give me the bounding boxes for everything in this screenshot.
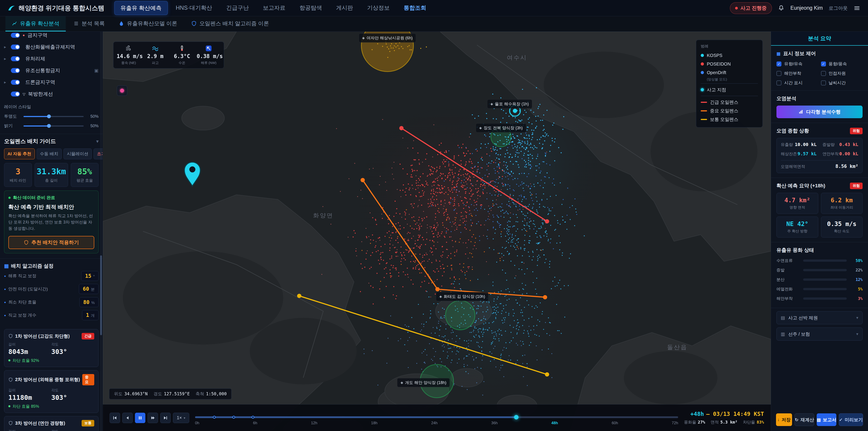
tab-boom-algorithm-theory[interactable]: 오일펜스 배치 알고리즘 이론 <box>185 16 275 31</box>
action-button[interactable]: ↻ 재계산 <box>795 413 814 426</box>
user-name[interactable]: Eunjeong Kim <box>790 5 823 11</box>
main-menu-item[interactable]: 긴급구난 <box>220 1 255 15</box>
legend-model-row: POSEIDON <box>701 60 758 68</box>
owner-insurance-section[interactable]: ▥ 선주 / 보험 ▾ <box>776 328 863 341</box>
main-menu-item[interactable]: 게시판 <box>330 1 359 15</box>
apply-recommendation-button[interactable]: 추천 배치안 적용하기 <box>8 236 94 249</box>
timeline-knob[interactable] <box>514 415 519 420</box>
vessel-specs-section[interactable]: ▤ 사고 선박 제원 ▾ <box>776 311 863 324</box>
fence-line-icon <box>701 119 707 120</box>
layer-extra-icon: ▣ <box>94 68 98 73</box>
action-icon: ↓ <box>777 417 780 422</box>
main-menu-item[interactable]: HNS·대기확산 <box>170 1 218 15</box>
action-button[interactable]: ▤ 보고서 <box>817 413 836 426</box>
logout-link[interactable]: 로그아웃 <box>829 5 848 11</box>
shield-icon <box>8 421 13 425</box>
bullet-icon: ● <box>4 274 6 278</box>
slider-track[interactable] <box>24 125 84 127</box>
main-menu-item[interactable]: 통합조회 <box>398 1 432 15</box>
slider-track[interactable] <box>24 116 84 117</box>
chevron-down-icon[interactable]: ▾ <box>96 138 98 144</box>
display-option-checkbox[interactable]: ✓ 시간 표시 <box>776 80 818 86</box>
guide-mode-tab[interactable]: 수동 배치 <box>37 149 62 159</box>
ai-recommendation-box: 확산 데이터 준비 완료 확산 예측 기반 최적 배치안 확산 예측을 분석하여… <box>4 190 98 253</box>
layer-style-slider: 밝기 50% <box>0 121 103 131</box>
layer-tree-row[interactable]: 유조선통항금지 ▣ <box>0 65 103 76</box>
list-icon <box>73 21 79 26</box>
polygon-analysis-button[interactable]: 다각형 분석수행 <box>776 105 863 118</box>
main-menu-item[interactable]: 보고자료 <box>257 1 291 15</box>
map-draw-tool-button[interactable] <box>117 86 127 96</box>
pause-button[interactable] <box>135 413 145 423</box>
main-menu-item[interactable]: 유출유 확산예측 <box>114 1 168 15</box>
display-option-checkbox[interactable]: ✓ 유향/유속 <box>776 61 818 67</box>
chevron-down-icon: ▾ <box>856 315 858 320</box>
algo-setting-row: ●직교 보정 개수 1개 <box>4 309 98 322</box>
algo-setting-row: ●해류 직교 보정 15° <box>4 269 98 282</box>
defense-line-card[interactable]: 3차 방어선 (연안 경량형) 보통 길이12065m 각도288° 차단 효율… <box>4 416 98 431</box>
wind-speed: 14.6 m/s <box>117 53 141 59</box>
layer-toggle[interactable] <box>11 56 20 61</box>
poi-icon: ◈ <box>362 36 365 40</box>
hamburger-menu-icon[interactable] <box>854 5 860 11</box>
poi-icon: ◈ <box>479 126 482 130</box>
layer-toggle[interactable] <box>11 92 20 96</box>
display-control-section: ▦표시 정보 제어 ✓ 유향/유속 ✓ 풍향/풍속 ✓ 해안부착 ✓ 인접자원 <box>771 45 868 91</box>
layer-toggle[interactable] <box>11 80 20 85</box>
weather-widget: 14.6 m/s 풍속 (NE) 2.9 m 파고 6.3°C 수온 0.38 … <box>113 41 224 68</box>
defense-line-card[interactable]: 2차 방어선 (외해용 중형 포위형) 중요 길이11180m 각도303° 차… <box>4 370 98 413</box>
algo-value-stepper[interactable]: 80% <box>79 297 98 307</box>
action-button[interactable]: ✓ 미리보기 <box>839 413 863 426</box>
layer-tree-row[interactable]: ▸ 황산화물배출규제지역 <box>0 41 103 53</box>
tab-model-theory[interactable]: 유출유확산모델 이론 <box>112 16 184 31</box>
display-option-checkbox[interactable]: ✓ 날씨시간 <box>821 80 863 86</box>
thermometer-icon <box>179 45 185 52</box>
layer-toggle[interactable] <box>11 44 20 50</box>
defense-line-card[interactable]: 1차 방어선 (고강도 차단형) 긴급 길이8043m 각도303° 차단 효율… <box>4 329 98 367</box>
algo-value-stepper[interactable]: 1개 <box>82 310 98 320</box>
display-option-checkbox[interactable]: ✓ 풍향/풍속 <box>821 61 863 67</box>
bell-icon[interactable] <box>778 5 784 11</box>
scale-value: 1:50,000 <box>206 391 227 396</box>
timeline-event-marker[interactable] <box>252 415 254 419</box>
map-poi-marker[interactable]: ◈ 율포 해수욕장 (1h) <box>487 99 532 109</box>
layer-tree-row[interactable]: ● 금지구역 <box>0 32 103 41</box>
pollution-metric: 연안부착 0.00 kL <box>823 151 859 157</box>
latitude-value: 34.6963°N <box>124 391 148 396</box>
tab-spill-analysis[interactable]: 유출유 확산분석 <box>5 16 66 31</box>
timeline-stat: 차단율83% <box>743 420 764 425</box>
left-panel-scrollbar[interactable] <box>100 32 102 431</box>
map-poi-marker[interactable]: ◈ 여자만 해상낚시공원 (6h) <box>359 33 416 42</box>
analysis-summary-tab[interactable]: 분석 요약 <box>771 32 868 45</box>
algo-value-stepper[interactable]: 15° <box>81 271 98 281</box>
map-poi-marker[interactable]: ◈ 개도 해안 양식장 (18h) <box>397 378 450 387</box>
tab-analysis-list[interactable]: 분석 목록 <box>67 16 111 31</box>
guide-mode-tab[interactable]: 시뮬레이션 <box>64 149 92 159</box>
skip-end-button[interactable] <box>160 413 170 423</box>
layer-tree-row[interactable]: ▽ 북방한계선 <box>0 88 103 100</box>
timeline-track[interactable] <box>195 416 678 418</box>
timeline-event-marker[interactable] <box>232 415 235 419</box>
main-menu-item[interactable]: 기상정보 <box>361 1 396 15</box>
display-option-checkbox[interactable]: ✓ 해안부착 <box>776 70 818 76</box>
layer-tree-row[interactable]: ▸ 드론금지구역 <box>0 76 103 88</box>
skip-start-button[interactable] <box>110 413 120 423</box>
algo-value-stepper[interactable]: 60분 <box>79 284 98 294</box>
layer-tree-row[interactable]: ▸ 유처리제 <box>0 53 103 65</box>
display-option-checkbox[interactable]: ✓ 인접자원 <box>821 70 863 76</box>
layer-toggle[interactable] <box>11 33 20 38</box>
map-view[interactable]: 여수시화양면돌산읍 ◈ 여자만 해상낚시공원 (6h) ◈ 율포 해수욕장 (1… <box>103 32 771 431</box>
layer-toggle[interactable] <box>11 68 20 73</box>
action-button[interactable]: ↓ 저장 <box>776 413 792 426</box>
priority-badge: 보통 <box>82 420 94 427</box>
guide-mode-tab[interactable]: AI 자동 추천 <box>4 149 35 159</box>
incident-in-progress-badge[interactable]: 사고 진행중 <box>730 2 772 14</box>
timeline-event-marker[interactable] <box>213 415 216 419</box>
defense-line-title: 2차 방어선 (외해용 중형 포위형) <box>15 376 80 382</box>
fast-forward-button[interactable] <box>148 413 158 423</box>
step-back-button[interactable] <box>122 413 133 423</box>
map-poi-marker[interactable]: ◈ 화태도 김 양식장 (10h) <box>436 292 489 301</box>
map-poi-marker[interactable]: ◈ 장도 전복 양식장 (3h) <box>476 123 526 132</box>
playback-speed-select[interactable]: 1×▾ <box>173 413 189 423</box>
main-menu-item[interactable]: 항공탐색 <box>293 1 328 15</box>
